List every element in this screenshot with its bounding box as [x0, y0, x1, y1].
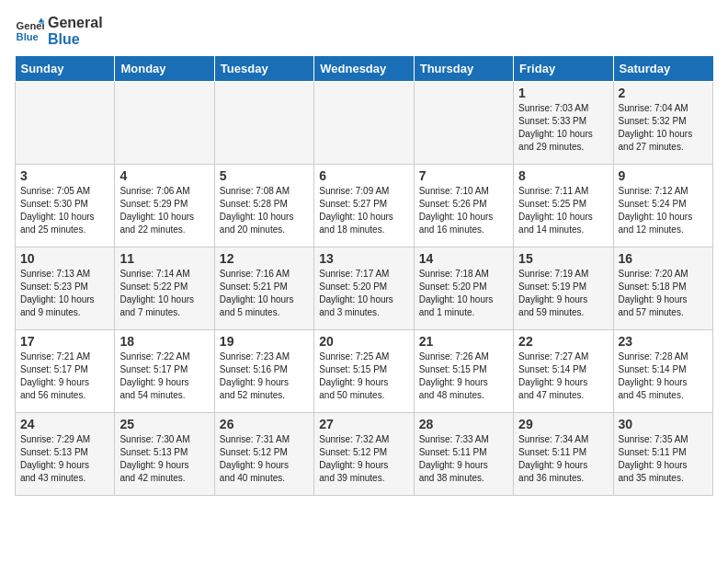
day-number: 3 — [20, 168, 109, 183]
calendar-cell: 6Sunrise: 7:09 AM Sunset: 5:27 PM Daylig… — [314, 165, 414, 247]
calendar-header-saturday: Saturday — [613, 56, 712, 82]
day-number: 25 — [119, 417, 209, 431]
calendar-header-friday: Friday — [514, 56, 613, 82]
calendar-header-sunday: Sunday — [16, 56, 115, 82]
calendar-week-row: 24Sunrise: 7:29 AM Sunset: 5:13 PM Dayli… — [16, 413, 713, 496]
calendar-cell: 9Sunrise: 7:12 AM Sunset: 5:24 PM Daylig… — [613, 165, 712, 247]
calendar-cell: 2Sunrise: 7:04 AM Sunset: 5:32 PM Daylig… — [613, 82, 712, 165]
day-info: Sunrise: 7:22 AM Sunset: 5:17 PM Dayligh… — [119, 350, 209, 402]
day-info: Sunrise: 7:31 AM Sunset: 5:12 PM Dayligh… — [220, 433, 309, 485]
day-number: 12 — [220, 251, 309, 266]
day-info: Sunrise: 7:35 AM Sunset: 5:11 PM Dayligh… — [619, 433, 708, 485]
day-info: Sunrise: 7:03 AM Sunset: 5:33 PM Dayligh… — [518, 102, 608, 154]
calendar-cell: 11Sunrise: 7:14 AM Sunset: 5:22 PM Dayli… — [115, 247, 214, 330]
day-info: Sunrise: 7:12 AM Sunset: 5:24 PM Dayligh… — [619, 185, 708, 236]
day-number: 13 — [319, 251, 408, 266]
day-info: Sunrise: 7:25 AM Sunset: 5:15 PM Dayligh… — [319, 350, 408, 402]
calendar-cell: 4Sunrise: 7:06 AM Sunset: 5:29 PM Daylig… — [115, 165, 214, 247]
calendar-cell: 7Sunrise: 7:10 AM Sunset: 5:26 PM Daylig… — [414, 165, 513, 247]
calendar-cell: 15Sunrise: 7:19 AM Sunset: 5:19 PM Dayli… — [514, 247, 613, 330]
calendar-cell: 12Sunrise: 7:16 AM Sunset: 5:21 PM Dayli… — [214, 247, 313, 330]
svg-text:Blue: Blue — [17, 31, 39, 42]
day-info: Sunrise: 7:19 AM Sunset: 5:19 PM Dayligh… — [518, 268, 608, 319]
calendar-cell: 10Sunrise: 7:13 AM Sunset: 5:23 PM Dayli… — [16, 247, 115, 330]
calendar-header-tuesday: Tuesday — [214, 56, 313, 82]
day-info: Sunrise: 7:17 AM Sunset: 5:20 PM Dayligh… — [319, 268, 408, 319]
day-info: Sunrise: 7:21 AM Sunset: 5:17 PM Dayligh… — [20, 350, 109, 402]
logo-text-line1: General — [48, 15, 103, 31]
day-number: 18 — [119, 334, 209, 349]
day-info: Sunrise: 7:06 AM Sunset: 5:29 PM Dayligh… — [119, 185, 209, 236]
day-number: 9 — [619, 168, 708, 183]
day-number: 26 — [220, 417, 309, 431]
day-info: Sunrise: 7:18 AM Sunset: 5:20 PM Dayligh… — [419, 268, 508, 319]
day-info: Sunrise: 7:29 AM Sunset: 5:13 PM Dayligh… — [20, 433, 109, 485]
header: General Blue General Blue — [15, 15, 713, 48]
calendar-cell: 5Sunrise: 7:08 AM Sunset: 5:28 PM Daylig… — [214, 165, 313, 247]
calendar-cell: 30Sunrise: 7:35 AM Sunset: 5:11 PM Dayli… — [613, 413, 712, 496]
calendar-cell: 23Sunrise: 7:28 AM Sunset: 5:14 PM Dayli… — [613, 330, 712, 413]
day-info: Sunrise: 7:10 AM Sunset: 5:26 PM Dayligh… — [419, 185, 508, 236]
day-info: Sunrise: 7:33 AM Sunset: 5:11 PM Dayligh… — [419, 433, 508, 485]
day-number: 7 — [419, 168, 508, 183]
calendar-week-row: 10Sunrise: 7:13 AM Sunset: 5:23 PM Dayli… — [16, 247, 713, 330]
day-number: 21 — [419, 334, 508, 349]
day-number: 23 — [619, 334, 708, 349]
calendar-cell: 17Sunrise: 7:21 AM Sunset: 5:17 PM Dayli… — [16, 330, 115, 413]
calendar-cell: 1Sunrise: 7:03 AM Sunset: 5:33 PM Daylig… — [514, 82, 613, 165]
day-number: 20 — [319, 334, 408, 349]
calendar-cell: 16Sunrise: 7:20 AM Sunset: 5:18 PM Dayli… — [613, 247, 712, 330]
day-number: 14 — [419, 251, 508, 266]
day-number: 17 — [20, 334, 109, 349]
day-info: Sunrise: 7:32 AM Sunset: 5:12 PM Dayligh… — [319, 433, 408, 485]
calendar-cell: 21Sunrise: 7:26 AM Sunset: 5:15 PM Dayli… — [414, 330, 513, 413]
day-number: 11 — [119, 251, 209, 266]
calendar-table: SundayMondayTuesdayWednesdayThursdayFrid… — [15, 55, 713, 496]
calendar-cell: 22Sunrise: 7:27 AM Sunset: 5:14 PM Dayli… — [514, 330, 613, 413]
calendar-cell: 20Sunrise: 7:25 AM Sunset: 5:15 PM Dayli… — [314, 330, 414, 413]
day-number: 27 — [319, 417, 408, 431]
day-number: 19 — [220, 334, 309, 349]
calendar-cell: 19Sunrise: 7:23 AM Sunset: 5:16 PM Dayli… — [214, 330, 313, 413]
day-number: 28 — [419, 417, 508, 431]
calendar-cell: 26Sunrise: 7:31 AM Sunset: 5:12 PM Dayli… — [214, 413, 313, 496]
calendar-cell: 18Sunrise: 7:22 AM Sunset: 5:17 PM Dayli… — [115, 330, 214, 413]
calendar-cell: 28Sunrise: 7:33 AM Sunset: 5:11 PM Dayli… — [414, 413, 513, 496]
calendar-cell: 8Sunrise: 7:11 AM Sunset: 5:25 PM Daylig… — [514, 165, 613, 247]
day-number: 24 — [20, 417, 109, 431]
day-info: Sunrise: 7:11 AM Sunset: 5:25 PM Dayligh… — [518, 185, 608, 236]
day-number: 29 — [518, 417, 608, 431]
calendar-cell: 3Sunrise: 7:05 AM Sunset: 5:30 PM Daylig… — [16, 165, 115, 247]
calendar-week-row: 3Sunrise: 7:05 AM Sunset: 5:30 PM Daylig… — [16, 165, 713, 247]
calendar-header-thursday: Thursday — [414, 56, 513, 82]
day-info: Sunrise: 7:28 AM Sunset: 5:14 PM Dayligh… — [619, 350, 708, 402]
day-info: Sunrise: 7:05 AM Sunset: 5:30 PM Dayligh… — [20, 185, 109, 236]
calendar-cell: 27Sunrise: 7:32 AM Sunset: 5:12 PM Dayli… — [314, 413, 414, 496]
calendar-header-monday: Monday — [115, 56, 214, 82]
calendar-week-row: 1Sunrise: 7:03 AM Sunset: 5:33 PM Daylig… — [16, 82, 713, 165]
calendar-cell: 25Sunrise: 7:30 AM Sunset: 5:13 PM Dayli… — [115, 413, 214, 496]
calendar-cell: 14Sunrise: 7:18 AM Sunset: 5:20 PM Dayli… — [414, 247, 513, 330]
day-info: Sunrise: 7:09 AM Sunset: 5:27 PM Dayligh… — [319, 185, 408, 236]
day-number: 15 — [518, 251, 608, 266]
calendar-cell: 24Sunrise: 7:29 AM Sunset: 5:13 PM Dayli… — [16, 413, 115, 496]
calendar-cell — [214, 82, 313, 165]
calendar-header-row: SundayMondayTuesdayWednesdayThursdayFrid… — [16, 56, 713, 82]
calendar-cell — [314, 82, 414, 165]
day-info: Sunrise: 7:26 AM Sunset: 5:15 PM Dayligh… — [419, 350, 508, 402]
logo-text-line2: Blue — [48, 31, 103, 48]
calendar-cell — [16, 82, 115, 165]
day-number: 1 — [518, 86, 608, 100]
day-number: 8 — [518, 168, 608, 183]
calendar-week-row: 17Sunrise: 7:21 AM Sunset: 5:17 PM Dayli… — [16, 330, 713, 413]
calendar-cell — [115, 82, 214, 165]
day-number: 6 — [319, 168, 408, 183]
day-number: 5 — [220, 168, 309, 183]
calendar-cell: 29Sunrise: 7:34 AM Sunset: 5:11 PM Dayli… — [514, 413, 613, 496]
day-info: Sunrise: 7:20 AM Sunset: 5:18 PM Dayligh… — [619, 268, 708, 319]
day-info: Sunrise: 7:13 AM Sunset: 5:23 PM Dayligh… — [20, 268, 109, 319]
day-info: Sunrise: 7:23 AM Sunset: 5:16 PM Dayligh… — [220, 350, 309, 402]
day-number: 22 — [518, 334, 608, 349]
day-number: 10 — [20, 251, 109, 266]
day-info: Sunrise: 7:30 AM Sunset: 5:13 PM Dayligh… — [119, 433, 209, 485]
